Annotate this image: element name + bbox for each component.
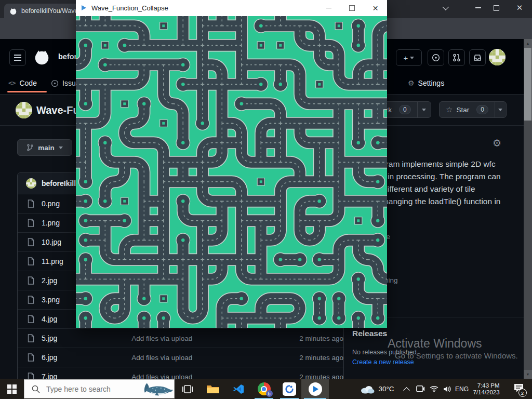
tab-search-chevron-icon[interactable] (438, 0, 454, 16)
file-row[interactable]: 6.jpgAdd files via upload2 minutes ago (18, 348, 343, 367)
commit-message[interactable]: Add files via upload (131, 373, 286, 379)
file-icon (27, 219, 35, 227)
windows-logo-icon (7, 384, 17, 394)
repo-avatar (16, 102, 32, 121)
star-dropdown[interactable] (495, 109, 506, 111)
branch-name: main (38, 144, 55, 152)
language-code: ENG (455, 385, 469, 393)
activate-windows-subtext: Go to Settings to activate Windows. (395, 351, 518, 360)
processing-icon (283, 382, 296, 396)
file-icon (27, 238, 35, 246)
weather-temp: 30°C (378, 385, 394, 393)
app-window-title: Wave_Function_Collapse (91, 4, 168, 12)
file-icon (27, 315, 35, 323)
meet-now-icon (416, 385, 425, 392)
releases-heading[interactable]: Releases (352, 329, 387, 338)
tray-time: 7:43 PM (473, 382, 499, 389)
play-sketch-icon (309, 382, 322, 396)
folder-icon (206, 384, 220, 394)
app-maximize-button[interactable] (340, 0, 364, 16)
app-minimize-button[interactable] (317, 0, 340, 16)
task-view-button[interactable] (176, 379, 200, 399)
browser-minimize-button[interactable] (470, 0, 486, 16)
inbox-icon[interactable] (469, 49, 486, 66)
language-indicator[interactable]: ENG (454, 379, 470, 399)
processing-button[interactable] (277, 379, 301, 399)
file-name[interactable]: 7.jpg (42, 373, 109, 379)
clock[interactable]: 7:43 PM 7/14/2023 (470, 379, 503, 399)
commit-message[interactable]: Add files via upload (131, 335, 286, 342)
star-label: Star (456, 106, 469, 114)
tab-label: Code (19, 79, 36, 87)
taskbar: b 30°C ENG (0, 379, 532, 399)
file-icon (27, 200, 35, 208)
github-favicon-icon (9, 7, 17, 15)
file-icon (27, 276, 35, 285)
file-icon (27, 373, 35, 379)
notification-count-badge: 2 (518, 389, 527, 397)
star-button[interactable]: ☆ Star 0 (439, 101, 507, 118)
app-close-button[interactable]: ✕ (364, 0, 387, 16)
task-view-icon (182, 385, 193, 393)
scrollbar-thumb[interactable] (524, 48, 531, 121)
volume-button[interactable] (441, 379, 454, 399)
cloud-icon (360, 384, 375, 394)
start-button[interactable] (0, 379, 24, 399)
tab-code[interactable]: <>Code (8, 76, 37, 90)
desktop: beforeIkillYou/Wave-Function-Collapse ✕ … (0, 0, 532, 399)
scroll-down-icon[interactable]: ▼ (524, 370, 532, 379)
code-icon: <> (8, 79, 16, 87)
search-input[interactable] (45, 384, 136, 394)
chrome-button[interactable]: b (252, 379, 276, 399)
search-icon (32, 385, 40, 393)
hamburger-menu-button[interactable] (9, 49, 26, 66)
branch-selector[interactable]: main (17, 139, 72, 156)
browser-restore-button[interactable] (488, 0, 504, 16)
whale-shark-illustration (142, 381, 174, 397)
vscode-button[interactable] (227, 379, 250, 399)
activate-windows-watermark: Activate Windows (388, 337, 482, 351)
issues-icon[interactable] (428, 49, 444, 66)
file-name[interactable]: 5.jpg (42, 334, 109, 342)
app-window-titlebar[interactable]: Wave_Function_Collapse ✕ (76, 0, 387, 16)
running-sketch-button[interactable] (301, 379, 329, 399)
active-tab-underline (7, 91, 47, 92)
file-explorer-button[interactable] (201, 379, 225, 399)
file-icon (27, 353, 35, 362)
star-icon: ☆ (446, 105, 453, 114)
file-row[interactable]: 5.jpgAdd files via upload2 minutes ago (18, 328, 343, 348)
file-icon (27, 257, 35, 265)
github-logo-icon[interactable] (33, 48, 50, 68)
gear-icon: ⚙ (408, 79, 415, 87)
commit-time: 2 minutes ago (287, 373, 343, 379)
chevron-up-icon (403, 387, 410, 394)
tab-settings[interactable]: ⚙ Settings (408, 76, 444, 90)
page-scrollbar[interactable]: ▲ ▼ (524, 39, 532, 379)
wfc-canvas (76, 16, 387, 328)
about-settings-gear-icon[interactable]: ⚙ (493, 137, 501, 149)
create-new-button[interactable]: + (396, 49, 422, 66)
file-name[interactable]: 6.jpg (42, 353, 109, 362)
user-avatar[interactable] (489, 49, 506, 68)
commit-message[interactable]: Add files via upload (131, 354, 286, 362)
wifi-button[interactable] (427, 379, 441, 399)
wifi-icon (430, 385, 438, 392)
scroll-up-icon[interactable]: ▲ (524, 39, 532, 48)
issue-dot-icon (51, 79, 59, 87)
weather-widget[interactable]: 30°C (356, 379, 398, 399)
app-window: Wave_Function_Collapse ✕ (76, 0, 387, 328)
tab-label: Settings (418, 79, 445, 87)
pull-request-icon[interactable] (448, 49, 465, 66)
fork-dropdown[interactable] (417, 109, 431, 111)
chrome-profile-badge: b (266, 390, 273, 397)
meet-now-button[interactable] (414, 379, 427, 399)
file-icon (27, 296, 35, 304)
action-center-button[interactable]: 2 (507, 379, 530, 399)
chrome-icon: b (258, 382, 271, 395)
tray-expand-button[interactable] (400, 379, 413, 399)
taskbar-search[interactable] (24, 379, 175, 398)
speaker-icon (443, 385, 451, 393)
file-row[interactable]: 7.jpgAdd files via upload2 minutes ago (18, 367, 343, 379)
browser-close-button[interactable]: ✕ (512, 0, 527, 16)
branch-icon (26, 144, 34, 151)
